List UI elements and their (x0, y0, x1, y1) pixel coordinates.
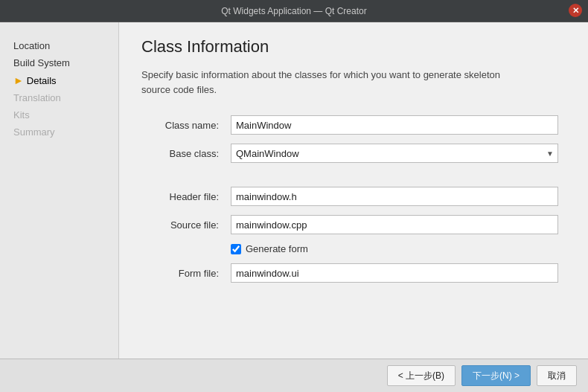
back-button[interactable]: < 上一步(B) (387, 365, 456, 386)
header-file-label: Header file: (141, 191, 223, 202)
sidebar-item-label: Kits (13, 109, 30, 121)
sidebar-item-build-system[interactable]: Build System (7, 54, 111, 71)
sidebar-item-translation: Translation (7, 89, 111, 106)
sidebar-item-label: Location (13, 40, 50, 51)
class-name-input[interactable] (231, 115, 558, 135)
sidebar: Location Build System ► Details Translat… (0, 22, 119, 392)
source-file-input[interactable] (231, 215, 558, 234)
base-class-select-wrapper: QMainWindow QWidget QDialog ▼ (231, 144, 558, 163)
close-button[interactable]: ✕ (569, 4, 582, 17)
header-file-input[interactable] (231, 187, 558, 206)
generate-form-label[interactable]: Generate form (246, 243, 308, 254)
main-container: Location Build System ► Details Translat… (0, 22, 588, 392)
description-text: Specify basic information about the clas… (141, 68, 514, 97)
footer: < 上一步(B) 下一步(N) > 取消 (0, 359, 588, 392)
sidebar-item-kits: Kits (7, 106, 111, 123)
class-name-label: Class name: (141, 120, 223, 131)
sidebar-item-label: Summary (13, 126, 55, 138)
spacer (141, 172, 558, 178)
base-class-select[interactable]: QMainWindow QWidget QDialog (231, 144, 558, 163)
sidebar-item-summary: Summary (7, 123, 111, 141)
source-file-label: Source file: (141, 219, 223, 231)
sidebar-item-label: Build System (13, 57, 70, 68)
title-bar-text: Qt Widgets Application — Qt Creator (221, 6, 366, 16)
base-class-label: Base class: (141, 148, 223, 159)
page-title: Class Information (141, 37, 566, 57)
form-grid: Class name: Base class: QMainWindow QWid… (141, 115, 558, 283)
sidebar-item-details[interactable]: ► Details (7, 71, 111, 89)
content-area: Class Information Specify basic informat… (119, 22, 588, 392)
generate-form-row: Generate form (231, 243, 558, 254)
arrow-icon: ► (13, 74, 24, 86)
form-file-label: Form file: (141, 268, 223, 279)
sidebar-item-location[interactable]: Location (7, 37, 111, 54)
next-button[interactable]: 下一步(N) > (461, 365, 531, 386)
sidebar-item-label: Translation (13, 92, 61, 103)
generate-form-checkbox[interactable] (231, 244, 241, 254)
sidebar-item-label: Details (27, 75, 57, 86)
form-file-input[interactable] (231, 263, 558, 283)
title-bar: Qt Widgets Application — Qt Creator ✕ (0, 0, 588, 22)
cancel-button[interactable]: 取消 (537, 365, 577, 386)
